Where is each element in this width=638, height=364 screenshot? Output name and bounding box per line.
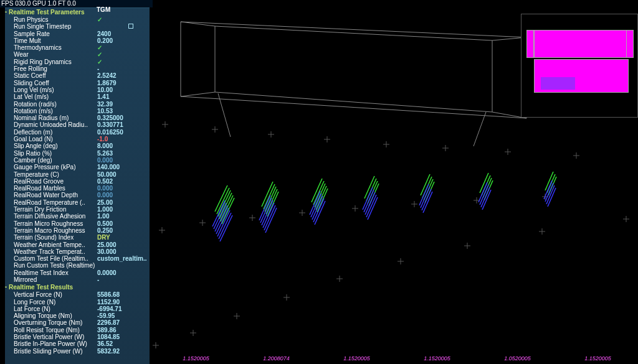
param-row[interactable]: Thermodynamics✓ [5,44,150,51]
param-value[interactable]: 1.41 [97,93,147,100]
preview-contact-patch [541,77,575,90]
param-value[interactable]: ✓ [97,16,147,23]
param-row[interactable]: RealRoad Marbles0.000 [5,185,150,192]
param-row[interactable]: Terrain Diffusive Adhesion1.00 [5,213,150,220]
param-row[interactable]: Time Mult0.200 [5,37,150,44]
param-value[interactable]: 10.53 [97,108,147,114]
param-value[interactable]: 1.00 [97,213,147,220]
param-row[interactable]: Gauge Pressure (kPa)140.000 [5,164,150,170]
param-row[interactable]: Rotation (m/s)10.53 [5,108,150,114]
param-row[interactable]: Sliding Coeff1.8679 [5,80,150,86]
param-value[interactable]: custom_realtim.. [97,255,147,262]
param-row[interactable]: Rigid Ring Dynamics✓ [5,58,150,65]
param-row[interactable]: Temperature (C)50.000 [5,171,150,178]
param-value[interactable]: 1.000 [97,206,147,213]
param-value[interactable]: 0.330771 [97,121,147,128]
param-row[interactable]: RealRoad Water Depth0.000 [5,192,150,198]
param-label: Overturning Torque (Nm) [14,319,97,326]
param-value[interactable]: ✓ [97,51,147,58]
param-row[interactable]: Static Coeff2.5242 [5,72,150,79]
param-row[interactable]: Terrain Macro Roughness0.250 [5,227,150,234]
param-value[interactable]: 25.000 [97,241,147,248]
param-row[interactable]: Nominal Radius (m)0.325000 [5,114,150,121]
param-value[interactable]: 0.500 [97,220,147,227]
param-row: Roll Resist Torque (Nm)389.86 [5,327,150,334]
param-row[interactable]: Wear✓ [5,51,150,58]
param-row[interactable]: Custom Test File (Realtim..custom_realti… [5,255,150,262]
param-row[interactable]: Weather Track Temperat..30.000 [5,248,150,255]
section-header-params[interactable]: Realtime Test Parameters [5,8,150,16]
param-value[interactable]: ✓ [97,44,147,51]
coord-label: 1.1520005 [424,355,450,364]
param-label: Realtime Test Index [14,269,97,276]
param-value: 2296.87 [97,319,147,326]
param-label: Terrain Dry Friction [14,206,97,213]
param-value[interactable]: 0.250 [97,227,147,234]
checkbox-icon[interactable] [128,24,133,29]
param-row[interactable]: Camber (deg)0.000 [5,157,150,164]
parameter-panel[interactable]: Realtime Test Parameters Run Physics✓Run… [5,7,150,364]
param-row[interactable]: Run Custom Tests (Realtime) [5,262,150,269]
param-row[interactable]: Terrain (Sound) IndexDRY [5,234,150,241]
param-row[interactable]: Dynamic Unloaded Radiu..0.330771 [5,121,150,128]
param-label: Mirrored [14,276,97,283]
param-value[interactable]: 32.39 [97,101,147,108]
param-value[interactable]: 0.000 [97,192,147,198]
param-row[interactable]: Realtime Test Index0.0000 [5,269,150,276]
param-row[interactable]: Terrain Dry Friction1.000 [5,206,150,213]
param-value[interactable]: 0.325000 [97,114,147,121]
param-label: Roll Resist Torque (Nm) [14,327,97,334]
param-row[interactable]: Sample Rate2400 [5,30,150,37]
param-row[interactable]: Mirrored- [5,276,150,283]
param-value[interactable]: 0.200 [97,37,147,44]
param-value[interactable]: 0.0000 [97,269,147,276]
param-row[interactable]: Run Single Timestep [5,23,150,30]
param-label: Camber (deg) [14,157,97,164]
param-label: Custom Test File (Realtim.. [14,255,97,262]
param-row[interactable]: Long Vel (m/s)10.00 [5,86,150,93]
param-value[interactable]: 5.263 [97,150,147,157]
param-value[interactable]: 1.8679 [97,80,147,86]
param-value[interactable]: 25.00 [97,199,147,206]
param-value[interactable]: DRY [97,234,147,241]
param-value[interactable]: 30.000 [97,248,147,255]
param-value[interactable] [97,262,147,269]
param-value: 1084.85 [97,334,147,340]
param-value[interactable]: 2.5242 [97,72,147,79]
param-value[interactable] [97,23,147,30]
param-label: Terrain Micro Roughness [14,220,97,227]
param-label: Slip Ratio (%) [14,150,97,157]
param-value[interactable]: 0.016250 [97,129,147,136]
fps-readout: FPS 030.0 GPU 1.0 FT 0.0 [0,0,153,7]
param-value[interactable]: 140.000 [97,164,147,170]
param-row[interactable]: Run Physics✓ [5,16,150,23]
param-row[interactable]: Deflection (m)0.016250 [5,129,150,136]
check-icon: ✓ [97,44,102,51]
param-value[interactable]: 2400 [97,30,147,37]
param-row[interactable]: Terrain Micro Roughness0.500 [5,220,150,227]
param-value[interactable]: - [97,65,147,72]
param-row[interactable]: Slip Ratio (%)5.263 [5,150,150,157]
param-row[interactable]: Slip Angle (deg)8.000 [5,142,150,149]
param-value[interactable]: ✓ [97,58,147,65]
param-label: Sample Rate [14,30,97,37]
param-row[interactable]: Weather Ambient Tempe..25.000 [5,241,150,248]
param-value[interactable]: 0.000 [97,157,147,164]
param-value[interactable]: 8.000 [97,142,147,149]
param-row[interactable]: Lat Vel (m/s)1.41 [5,93,150,100]
tgm-label: TGM [97,6,110,13]
param-row[interactable]: Free Rolling- [5,65,150,72]
param-value[interactable]: 0.000 [97,185,147,192]
param-row[interactable]: Goal Load (N)-1.0 [5,136,150,142]
param-value[interactable]: 50.000 [97,171,147,178]
param-value[interactable]: 0.502 [97,178,147,185]
param-value[interactable]: 10.00 [97,86,147,93]
param-value[interactable]: - [97,276,147,283]
param-value[interactable]: -1.0 [97,136,147,142]
param-row[interactable]: RealRoad Temperature (..25.00 [5,199,150,206]
section-header-results[interactable]: Realtime Test Results [5,283,150,291]
coord-label: 1.1520005 [343,355,370,364]
param-label: Weather Ambient Tempe.. [14,241,97,248]
param-row[interactable]: Rotation (rad/s)32.39 [5,101,150,108]
param-row[interactable]: RealRoad Groove0.502 [5,178,150,185]
